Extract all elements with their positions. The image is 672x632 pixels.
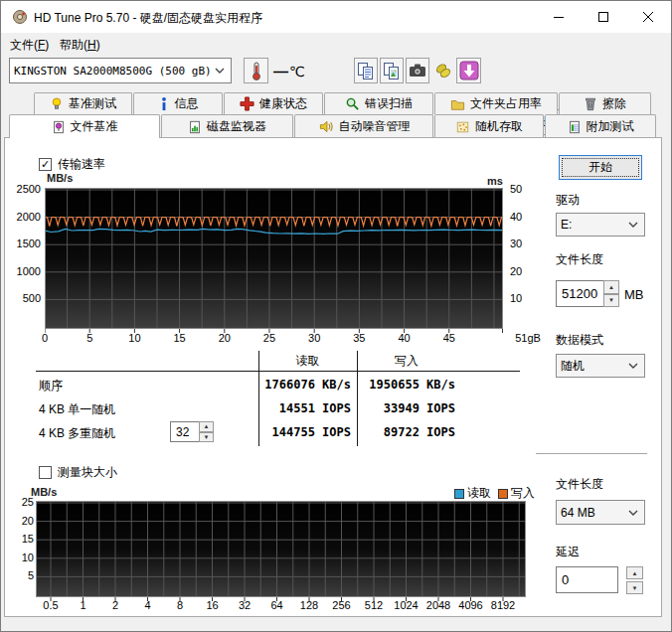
tab-disk-monitor-label: 磁盘监视器 — [207, 118, 266, 135]
tab-random-access-label: 随机存取 — [475, 118, 523, 135]
file-length-input[interactable]: 51200 — [556, 280, 604, 307]
tab-disk-monitor[interactable]: 磁盘监视器 — [161, 114, 293, 138]
spin-down-icon[interactable]: ▼ — [603, 294, 619, 308]
spin-up-icon[interactable]: ▲ — [199, 421, 214, 432]
tab-error-scan[interactable]: 错误扫描 — [324, 92, 433, 114]
queue-depth-input[interactable]: 32 — [170, 421, 200, 442]
benchmark-bulb-icon — [50, 96, 64, 111]
sidebar-divider — [536, 453, 647, 454]
drive-combo-value: E: — [557, 218, 628, 232]
tab-folder-usage-label: 文件夹占用率 — [470, 95, 542, 112]
row-4k-single-read: 14551 IOPS — [230, 401, 351, 415]
tab-row-1: 基准测试 信息 健康状态 错误扫描 文件夹占用率 擦除 — [34, 92, 652, 114]
extra-tests-icon — [568, 119, 582, 135]
chevron-down-icon — [215, 68, 225, 74]
spin-up-icon[interactable]: ▲ — [603, 280, 619, 294]
data-mode-combo[interactable]: 随机 — [556, 354, 645, 378]
file-length-spinner: ▲ ▼ — [603, 280, 619, 307]
tab-health[interactable]: 健康状态 — [224, 92, 323, 114]
hands-icon — [433, 61, 453, 80]
write-legend-swatch — [498, 489, 508, 499]
tab-random-access[interactable]: 随机存取 — [434, 114, 544, 138]
transfer-rate-checkbox[interactable]: ✓ — [39, 158, 52, 171]
screenshot-button[interactable] — [406, 58, 429, 83]
file-length-label: 文件长度 — [556, 251, 603, 268]
row-4k-multi-read: 144755 IOPS — [230, 425, 351, 439]
app-icon — [12, 9, 28, 25]
block-file-length-label: 文件长度 — [556, 476, 603, 493]
start-button[interactable]: 开始 — [559, 155, 642, 180]
read-legend-swatch — [454, 489, 464, 499]
maximize-button[interactable] — [582, 1, 626, 33]
row-4k-single-label: 4 KB 单一随机 — [39, 401, 115, 418]
delay-input[interactable]: 0 — [556, 566, 618, 593]
block-size-label: 测量块大小 — [58, 464, 117, 481]
menu-file-label: 文件( — [10, 38, 38, 52]
block-file-length-value: 64 MB — [557, 506, 628, 520]
menubar: 文件(F) 帮助(H) — [1, 33, 671, 53]
temperature-value: — — [273, 63, 288, 79]
spin-up-icon[interactable]: ▲ — [626, 566, 643, 579]
read-legend-label: 读取 — [467, 485, 491, 502]
file-length-unit: MB — [624, 287, 644, 302]
tab-erase-label: 擦除 — [602, 95, 626, 112]
chevron-down-icon — [628, 222, 638, 228]
close-icon — [643, 12, 654, 23]
file-benchmark-icon — [52, 119, 66, 135]
tab-info[interactable]: 信息 — [133, 92, 223, 114]
chart2-legend: 读取 写入 — [454, 485, 535, 502]
block-size-checkbox[interactable] — [39, 466, 52, 479]
disk-monitor-icon — [188, 119, 202, 135]
copy-image-button[interactable] — [380, 58, 404, 83]
chart2-y-unit: MB/s — [31, 486, 57, 498]
delay-label: 延迟 — [556, 544, 580, 560]
tab-extra-tests-label: 附加测试 — [587, 118, 634, 135]
transfer-rate-label: 传输速率 — [58, 156, 105, 173]
row-sequential-label: 顺序 — [39, 378, 63, 395]
tab-benchmark-label: 基准测试 — [69, 95, 116, 112]
minimize-icon — [554, 12, 565, 23]
copy-text-button[interactable] — [354, 58, 378, 83]
spin-down-icon[interactable]: ▼ — [626, 581, 643, 594]
close-button[interactable] — [626, 1, 671, 33]
trash-icon — [584, 96, 597, 111]
block-size-checkbox-row: 测量块大小 — [39, 464, 117, 481]
toolbar: KINGSTON SA2000M8500G (500 gB) — ℃ — [1, 53, 671, 90]
chart1-y2-unit: ms — [487, 175, 503, 187]
transfer-rate-checkbox-row: ✓ 传输速率 — [39, 156, 105, 173]
temperature-button[interactable] — [244, 58, 268, 83]
health-cross-icon — [240, 96, 254, 111]
tab-folder-usage[interactable]: 文件夹占用率 — [434, 92, 558, 114]
chevron-down-icon — [628, 510, 638, 516]
data-mode-label: 数据模式 — [556, 332, 603, 349]
magnifier-icon — [345, 96, 360, 111]
tab-benchmark[interactable]: 基准测试 — [34, 92, 132, 114]
tab-extra-tests[interactable]: 附加测试 — [545, 114, 656, 138]
save-results-button[interactable] — [456, 58, 481, 83]
tab-aam[interactable]: 自动噪音管理 — [294, 114, 433, 138]
tab-erase[interactable]: 擦除 — [559, 92, 651, 114]
camera-icon — [408, 62, 427, 79]
table-read-header: 读取 — [258, 353, 357, 370]
write-legend-label: 写入 — [511, 485, 535, 502]
tab-error-scan-label: 错误扫描 — [365, 95, 413, 112]
row-4k-multi-label: 4 KB 多重随机 — [39, 425, 115, 442]
copy-text-icon — [357, 62, 375, 80]
tab-file-benchmark[interactable]: 文件基准 — [9, 114, 160, 138]
row-sequential-read: 1766076 KB/s — [230, 378, 351, 392]
donate-button[interactable] — [431, 58, 455, 83]
block-file-length-combo[interactable]: 64 MB — [556, 500, 645, 525]
drive-combo[interactable]: E: — [556, 213, 645, 237]
tab-info-label: 信息 — [175, 95, 199, 112]
drive-select[interactable]: KINGSTON SA2000M8500G (500 gB) — [9, 58, 232, 83]
data-mode-value: 随机 — [557, 358, 628, 375]
drive-label: 驱动 — [556, 192, 580, 209]
folder-icon — [450, 97, 465, 111]
copy-image-icon — [383, 62, 401, 80]
row-sequential-write: 1950655 KB/s — [334, 378, 455, 392]
random-access-icon — [455, 120, 470, 134]
minimize-button[interactable] — [537, 1, 582, 33]
info-icon — [158, 96, 170, 111]
chevron-down-icon — [628, 363, 638, 369]
spin-down-icon[interactable]: ▼ — [199, 432, 214, 443]
